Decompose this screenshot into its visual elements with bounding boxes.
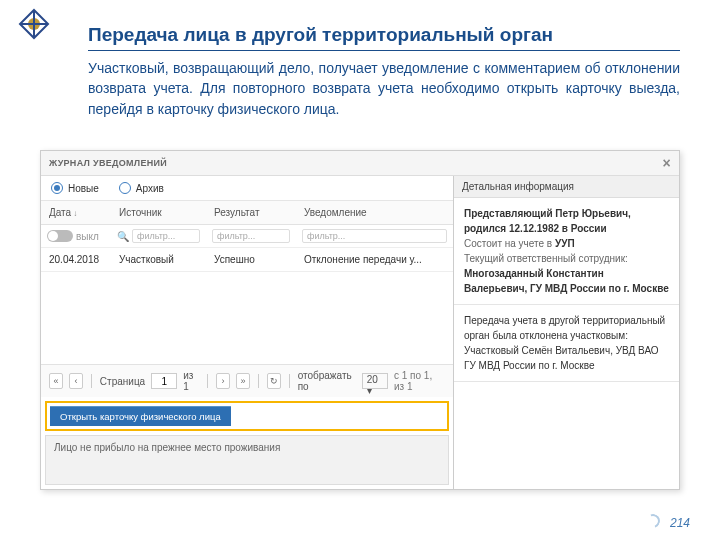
pager-of: из 1 — [183, 370, 199, 392]
filter-source[interactable]: фильтр... — [132, 229, 200, 243]
pager-first[interactable]: « — [49, 373, 63, 389]
status-value: УУП — [555, 238, 575, 249]
open-person-card-button[interactable]: Открыть карточку физического лица — [50, 406, 231, 426]
detail-header: Детальная информация — [454, 176, 679, 198]
filter-toggle-cell: выкл — [41, 225, 111, 247]
grid-header: Дата↓ Источник Результат Уведомление — [41, 201, 453, 225]
filter-toggle[interactable] — [47, 230, 73, 242]
radio-archive-label: Архив — [136, 183, 164, 194]
search-icon: 🔍 — [117, 231, 129, 242]
radio-off-icon — [119, 182, 131, 194]
decor-swoosh — [644, 512, 663, 531]
pager-page-label: Страница — [100, 376, 145, 387]
mvd-logo — [18, 8, 50, 40]
col-source[interactable]: Источник — [111, 201, 206, 224]
table-row[interactable]: 20.04.2018 Участковый Успешно Отклонение… — [41, 248, 453, 272]
app-title: ЖУРНАЛ УВЕДОМЛЕНИЙ — [49, 158, 167, 168]
filter-notice[interactable]: фильтр... — [302, 229, 447, 243]
radio-on-icon — [51, 182, 63, 194]
radio-new[interactable]: Новые — [51, 182, 99, 194]
pager: « ‹ Страница из 1 › » ↻ отображать по 20… — [41, 364, 453, 397]
view-radio-group: Новые Архив — [41, 176, 453, 201]
slide-title: Передача лица в другой территориальный о… — [88, 24, 680, 51]
pager-next[interactable]: › — [216, 373, 230, 389]
sort-desc-icon: ↓ — [73, 209, 77, 218]
page-number: 214 — [670, 516, 690, 530]
radio-new-label: Новые — [68, 183, 99, 194]
cell-source: Участковый — [111, 248, 206, 271]
detail-pane: Детальная информация Представляющий Петр… — [454, 176, 679, 489]
pager-prev[interactable]: ‹ — [69, 373, 83, 389]
app-window: ЖУРНАЛ УВЕДОМЛЕНИЙ × Новые Архив Дата↓ И… — [40, 150, 680, 490]
person-label: Представляющий — [464, 208, 553, 219]
slide-intro: Участковый, возвращающий дело, получает … — [88, 58, 680, 119]
detail-message: Передача учета в другой территориальный … — [454, 305, 679, 382]
app-header: ЖУРНАЛ УВЕДОМЛЕНИЙ × — [41, 151, 679, 176]
col-date[interactable]: Дата↓ — [41, 201, 111, 224]
filter-toggle-label: выкл — [76, 231, 99, 242]
detail-person-block: Представляющий Петр Юрьевич, родился 12.… — [454, 198, 679, 305]
cell-notice: Отклонение передачи у... — [296, 248, 453, 271]
perpage-select[interactable]: 20 ▾ — [362, 373, 388, 389]
col-result[interactable]: Результат — [206, 201, 296, 224]
grid-filter-row: выкл 🔍фильтр... фильтр... фильтр... — [41, 225, 453, 248]
pager-page-input[interactable] — [151, 373, 177, 389]
left-pane: Новые Архив Дата↓ Источник Результат Уве… — [41, 176, 454, 489]
resp-label: Текущий ответственный сотрудник: — [464, 253, 628, 264]
pager-range: с 1 по 1, из 1 — [394, 370, 445, 392]
pager-refresh[interactable]: ↻ — [267, 373, 281, 389]
status-label: Состоит на учете в — [464, 238, 552, 249]
col-notice[interactable]: Уведомление — [296, 201, 453, 224]
resp-value: Многозаданный Константин Валерьевич, ГУ … — [464, 268, 669, 294]
note-text: Лицо не прибыло на прежнее место прожива… — [45, 435, 449, 485]
cell-result: Успешно — [206, 248, 296, 271]
close-icon[interactable]: × — [663, 155, 671, 171]
perpage-label: отображать по — [298, 370, 356, 392]
pager-last[interactable]: » — [236, 373, 250, 389]
radio-archive[interactable]: Архив — [119, 182, 164, 194]
highlighted-action: Открыть карточку физического лица — [45, 401, 449, 431]
cell-date: 20.04.2018 — [41, 248, 111, 271]
filter-result[interactable]: фильтр... — [212, 229, 290, 243]
